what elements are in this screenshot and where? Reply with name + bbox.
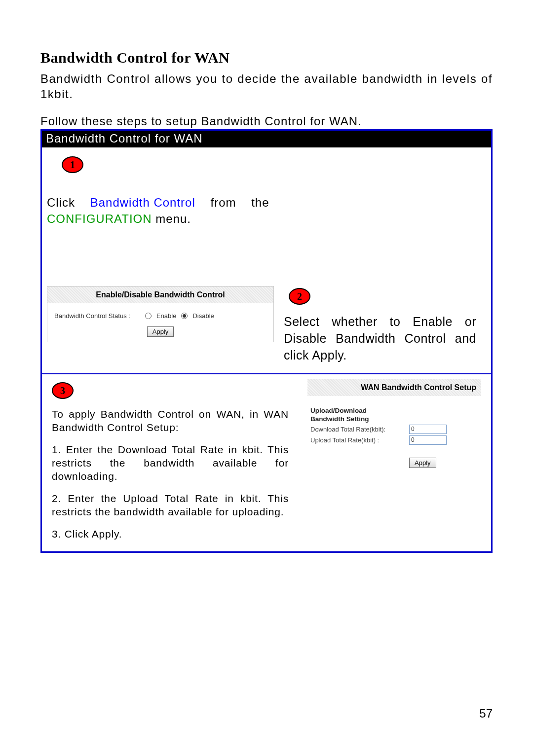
ud-line1: Upload/Download: [310, 407, 367, 414]
step-1-text: Click Bandwidth Control from the CONFIGU…: [47, 195, 279, 227]
download-rate-row: Download Total Rate(kbit):: [310, 425, 481, 434]
radio-enable[interactable]: [145, 313, 152, 319]
ud-line2: Bandwidth Setting: [310, 415, 369, 423]
step-2-badge: 2: [289, 288, 310, 305]
download-rate-label: Download Total Rate(kbit):: [310, 426, 404, 433]
wan-setup-header: WAN Bandwidth Control Setup: [307, 379, 481, 396]
status-label: Bandwidth Control Status :: [54, 312, 130, 320]
step-3-badge: 3: [52, 382, 74, 399]
step-3-row: 3 To apply Bandwidth Control on WAN, in …: [47, 374, 486, 545]
status-row: Bandwidth Control Status : Enable Disabl…: [54, 312, 266, 320]
enable-disable-panel: Enable/Disable Bandwidth Control Bandwid…: [47, 286, 274, 342]
upload-download-title: Upload/Download Bandwidth Setting: [310, 407, 481, 423]
follow-text: Follow these steps to setup Bandwidth Co…: [40, 114, 493, 128]
radio-disable-label: Disable: [192, 312, 214, 320]
step-3-p3: 2. Enter the Upload Total Rate in kbit. …: [52, 492, 289, 519]
word-click: Click: [47, 196, 75, 209]
step-3-p2: 1. Enter the Download Total Rate in kbit…: [52, 443, 289, 483]
step-3-p1: To apply Bandwidth Control on WAN, in WA…: [52, 408, 289, 434]
wan-setup-panel: WAN Bandwidth Control Setup Upload/Downl…: [307, 379, 481, 468]
step-2-text: Select whether to Enable or Disable Band…: [284, 314, 476, 363]
step-3-p4: 3. Click Apply.: [52, 528, 289, 541]
radio-enable-label: Enable: [156, 312, 176, 320]
upload-rate-label: Upload Total Rate(kbit) :: [310, 436, 404, 444]
upload-rate-row: Upload Total Rate(kbit) :: [310, 435, 481, 445]
word-menu: menu.: [155, 212, 191, 225]
word-from: from: [210, 196, 236, 209]
word-the: the: [251, 196, 269, 209]
step-1-row: 1 Click Bandwidth Control from the CONFI…: [47, 156, 486, 227]
main-box-content: 1 Click Bandwidth Control from the CONFI…: [42, 147, 491, 551]
link-bandwidth-control[interactable]: Bandwidth Control: [90, 196, 195, 209]
apply-button-bottom[interactable]: Apply: [409, 458, 436, 468]
upload-rate-input[interactable]: [409, 435, 447, 445]
main-box-header: Bandwidth Control for WAN: [42, 131, 491, 147]
apply-button-top[interactable]: Apply: [147, 326, 174, 337]
step-2-row: Enable/Disable Bandwidth Control Bandwid…: [47, 286, 486, 363]
page-title: Bandwidth Control for WAN: [40, 49, 493, 66]
intro-text: Bandwidth Control allows you to decide t…: [40, 71, 493, 102]
page-number: 57: [479, 707, 493, 720]
download-rate-input[interactable]: [409, 425, 447, 434]
main-box: Bandwidth Control for WAN 1 Click Bandwi…: [40, 129, 493, 553]
step-1-badge: 1: [62, 156, 83, 173]
radio-disable[interactable]: [181, 313, 188, 319]
enable-disable-header: Enable/Disable Bandwidth Control: [47, 287, 273, 303]
menu-configuration: CONFIGURATION: [47, 212, 152, 225]
